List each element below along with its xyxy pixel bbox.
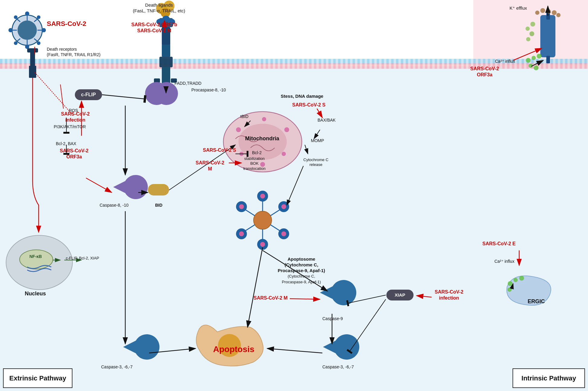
svg-rect-5 xyxy=(162,45,170,57)
svg-point-84 xyxy=(508,281,513,286)
svg-point-88 xyxy=(526,58,531,63)
svg-line-116 xyxy=(314,130,320,139)
death-ligands-text: Death ligands (FasL, TNF-α, TRAIL, etc) xyxy=(133,2,185,13)
nfkb-targets-label: c-FLIP, Bcl-2, XIAP xyxy=(66,256,99,261)
svg-point-18 xyxy=(37,41,40,45)
svg-point-77 xyxy=(526,37,530,41)
svg-point-46 xyxy=(282,152,286,156)
bid-label: BID xyxy=(155,203,162,208)
caspase-9-label: Caspase-9 xyxy=(322,316,343,322)
svg-rect-73 xyxy=(546,56,550,63)
svg-rect-28 xyxy=(27,48,38,52)
svg-point-11 xyxy=(25,11,29,16)
svg-point-67 xyxy=(260,242,265,247)
svg-point-75 xyxy=(526,27,530,31)
svg-line-130 xyxy=(531,60,543,66)
bok-label: stabilization BOK translocation xyxy=(243,156,266,171)
sars-orf3a-left-label: SARS-CoV-2 ORF3a xyxy=(60,148,88,160)
sars-s-stress-label: SARS-CoV-2 S xyxy=(292,102,325,108)
svg-point-92 xyxy=(534,65,538,70)
sars-e-label: SARS-CoV-2 E xyxy=(482,241,516,247)
svg-point-90 xyxy=(537,54,542,59)
orf7b-text: SARS-CoV-2 ORF7b xyxy=(131,22,177,28)
ros-label: ROS xyxy=(69,108,78,113)
svg-rect-36 xyxy=(148,184,169,196)
svg-rect-30 xyxy=(159,57,173,67)
svg-line-107 xyxy=(267,348,322,353)
apoptosome-text: Apoptosome (Cytochrome C, Procaspase-9, … xyxy=(278,256,325,273)
apoptosome-label: Apoptosome (Cytochrome C, Procaspase-9, … xyxy=(278,256,325,285)
ca-influx-bottom-label: Ca²⁺ influx xyxy=(494,259,514,264)
sars-m-bok-label: SARS-CoV-2 M xyxy=(196,160,224,172)
sars-orf7b-label: SARS-CoV-2 ORF7b SARS-CoV-2 M xyxy=(131,22,177,34)
svg-line-123 xyxy=(60,84,63,109)
momp-label: MOMP xyxy=(311,138,324,144)
extrinsic-pathway-label: Extrinsic Pathway xyxy=(9,374,66,382)
svg-line-127 xyxy=(86,178,112,192)
bax-bak-label: BAX/BAK xyxy=(318,118,336,123)
svg-point-17 xyxy=(14,41,18,45)
svg-line-114 xyxy=(287,166,303,205)
svg-line-133 xyxy=(248,247,263,327)
svg-point-80 xyxy=(547,9,551,14)
svg-text:XIAP: XIAP xyxy=(395,292,405,297)
stress-dna-label: Stess, DNA damage xyxy=(281,94,323,99)
sars-infection-2-text: SARS-CoV-2 infection xyxy=(435,289,463,300)
ergic-label: ERGIC xyxy=(528,298,545,305)
svg-point-78 xyxy=(535,11,539,15)
intrinsic-pathway-label: Intrinsic Pathway xyxy=(522,374,576,382)
ca-influx-top-label: Ca²⁺ influx xyxy=(495,59,515,64)
death-receptors-label: Death receptors(FasR, TNFR, TRAIL R1/R2) xyxy=(47,47,101,57)
apoptosis-label: Apoptosis xyxy=(213,344,254,354)
k-efflux-label: K⁺ efflux xyxy=(510,5,527,11)
svg-line-113 xyxy=(290,299,320,299)
sars-m-top-text: SARS-CoV-2 M xyxy=(131,28,177,34)
sars-cov2-label: SARS-CoV-2 xyxy=(47,20,86,28)
svg-point-87 xyxy=(507,288,512,292)
svg-point-86 xyxy=(519,276,524,281)
sars-orf3a-left-text: SARS-CoV-2 ORF3a xyxy=(60,148,88,159)
cytochrome-c-label: Cytochrome C release xyxy=(303,157,328,167)
bcl2-label: Bcl-2 xyxy=(252,150,262,156)
svg-point-10 xyxy=(18,21,37,40)
caspase-8-10-label: Caspase-8, -10 xyxy=(100,203,129,208)
death-receptors-text: Death receptors(FasR, TNFR, TRAIL R1/R2) xyxy=(47,47,101,57)
svg-point-52 xyxy=(260,194,265,199)
pi3k-label: PI3K/AKT/mTOR xyxy=(54,124,86,130)
svg-point-79 xyxy=(540,8,545,13)
svg-point-14 xyxy=(42,28,46,32)
svg-point-76 xyxy=(529,31,534,36)
svg-rect-71 xyxy=(540,15,555,57)
svg-line-112 xyxy=(417,296,432,297)
svg-text:c-FLIP: c-FLIP xyxy=(81,92,96,97)
svg-line-101 xyxy=(102,95,145,99)
svg-point-81 xyxy=(552,10,557,15)
svg-point-61 xyxy=(239,204,244,209)
svg-point-85 xyxy=(513,278,518,282)
death-ligands-label: Death ligands (FasL, TNF-α, TRAIL, etc) xyxy=(133,2,185,14)
svg-point-64 xyxy=(239,231,244,236)
svg-point-47 xyxy=(284,127,289,132)
svg-point-74 xyxy=(530,22,535,27)
svg-line-115 xyxy=(305,145,308,154)
caspase-3-right-label: Caspase-3, -6,-7 xyxy=(322,364,354,370)
intrinsic-pathway-box: Intrinsic Pathway xyxy=(513,368,585,388)
svg-line-125 xyxy=(35,72,72,115)
sars-orf3a-right-label: SARS-CoV-2 ORF3a xyxy=(470,66,499,78)
cytochrome-c-text: Cytochrome C release xyxy=(303,157,328,167)
svg-line-111 xyxy=(350,299,386,351)
svg-point-13 xyxy=(8,28,13,32)
extrinsic-pathway-box: Extrinsic Pathway xyxy=(3,368,72,388)
svg-point-16 xyxy=(37,15,40,19)
sars-s-bcl2-label: SARS-CoV-2 S xyxy=(203,147,236,153)
svg-point-12 xyxy=(25,45,29,49)
nucleus-label: Nucleus xyxy=(25,290,46,297)
svg-line-119 xyxy=(317,109,322,118)
mitochondria-label: Mitochondria xyxy=(245,135,279,142)
svg-text:NF-κB: NF-κB xyxy=(29,254,42,259)
svg-point-58 xyxy=(281,231,286,236)
sars-infection-2-label: SARS-CoV-2 infection xyxy=(435,289,463,301)
bok-text: stabilization BOK translocation xyxy=(243,156,266,171)
svg-point-55 xyxy=(281,204,286,209)
svg-point-82 xyxy=(556,13,561,17)
